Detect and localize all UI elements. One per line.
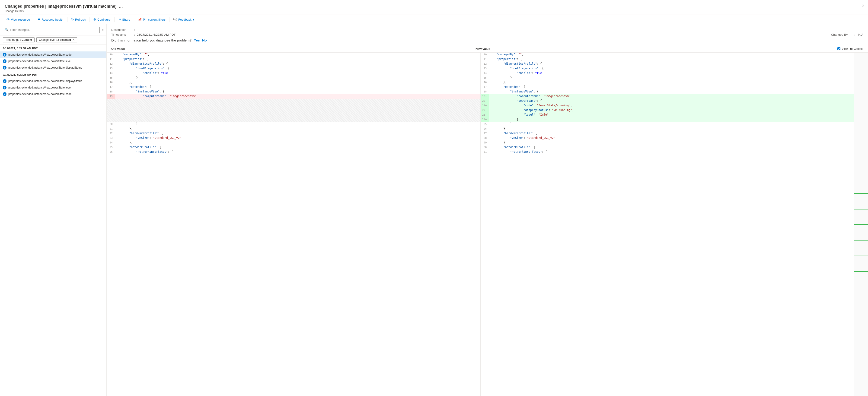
toolbar-separator-6	[169, 17, 169, 22]
line-number	[106, 118, 115, 122]
resource-health-button[interactable]: ❤ Resource health	[36, 17, 65, 22]
line-content: "enabled": true	[489, 71, 854, 76]
line-content: "networkProfile": {	[115, 145, 480, 150]
diff-line: 30 "networkProfile": {	[481, 145, 854, 150]
title-ellipsis[interactable]: ...	[119, 4, 123, 9]
line-content: "computerName": "imageprocessvm"	[115, 94, 480, 99]
change-list-item[interactable]: iproperties.extended.instanceView.powerS…	[0, 52, 106, 58]
change-level-label: Change level : 2 selected	[39, 38, 71, 41]
diff-line: 11 "properties": {	[481, 57, 854, 62]
diff-line: 12 "diagnosticsProfile": {	[481, 62, 854, 66]
minimap	[854, 53, 868, 396]
line-number: 15	[481, 76, 489, 80]
view-full-context-checkbox[interactable]	[837, 47, 840, 50]
view-resource-button[interactable]: 👁 View resource	[5, 17, 32, 22]
line-content: "bootDiagnostics": {	[489, 66, 854, 71]
change-list-item[interactable]: iproperties.extended.instanceView.powerS…	[0, 78, 106, 84]
line-number: 25	[106, 145, 115, 150]
description-colon: :	[134, 28, 135, 32]
line-content: },	[115, 80, 480, 85]
diff-line: 27 "hardwareProfile": {	[481, 131, 854, 136]
line-content: "enabled": true	[115, 71, 480, 76]
configure-icon: ⚙	[93, 18, 96, 21]
filter-changes-input[interactable]	[10, 28, 98, 32]
panel-subtitle: Change Details	[5, 9, 863, 13]
change-item-text: properties.extended.instanceView.powerSt…	[8, 60, 71, 63]
time-range-filter-tag[interactable]: Time range : Custom	[3, 37, 35, 42]
line-content: "code": "PowerState/running",	[489, 104, 854, 108]
timestamp-colon: :	[134, 33, 135, 36]
change-level-close-icon[interactable]: ✕	[72, 38, 75, 41]
line-content: "vmSize": "Standard_DS1_v2"	[489, 136, 854, 141]
diff-header: Old value New value View Full Context	[106, 45, 868, 53]
close-button[interactable]: ×	[862, 3, 864, 8]
line-number: 13	[481, 66, 489, 71]
line-number: 29	[481, 141, 489, 145]
line-content	[115, 104, 480, 108]
share-button[interactable]: ↗ Share	[116, 17, 132, 22]
change-item-text: properties.extended.instanceView.powerSt…	[8, 93, 72, 96]
line-number: 24+	[481, 118, 489, 122]
diff-line: 23 "vmSize": "Standard_DS1_v2"	[106, 136, 480, 141]
diff-resize-handle[interactable]	[480, 53, 482, 396]
configure-button[interactable]: ⚙ Configure	[91, 17, 112, 22]
line-content: }	[489, 118, 854, 122]
line-number: 31	[481, 150, 489, 155]
new-value-header: New value	[473, 47, 837, 51]
change-list-item[interactable]: iproperties.extended.instanceView.powerS…	[0, 58, 106, 64]
collapse-panel-button[interactable]: «	[101, 28, 104, 32]
line-number: 28	[481, 136, 489, 141]
diff-line: 13 "bootDiagnostics": {	[106, 66, 480, 71]
diff-line: 11 "properties": {	[106, 57, 480, 62]
pin-icon: 📌	[138, 18, 142, 21]
feedback-button[interactable]: 💬 Feedback ▾	[171, 17, 196, 22]
change-list-item[interactable]: iproperties.extended.instanceView.powerS…	[0, 64, 106, 71]
line-number: 15	[106, 76, 115, 80]
line-number: 10	[481, 53, 489, 57]
diff-line: 23+ "level": "Info"	[481, 113, 854, 118]
diff-line: 15 }	[106, 76, 480, 80]
diff-line	[106, 99, 480, 104]
line-number: 22	[106, 131, 115, 136]
diff-line: 14 "enabled": true	[481, 71, 854, 76]
diagnose-no-button[interactable]: No	[202, 38, 207, 42]
panel-header: Changed properties | imageprocessvm (Vir…	[0, 0, 868, 15]
diff-line: 25 }	[481, 122, 854, 127]
line-number: 13	[106, 66, 115, 71]
line-content: },	[489, 80, 854, 85]
timestamp-row: Timestamp : 03/17/2021, 6:22:57 AM PDT C…	[111, 33, 863, 36]
diagnose-question: Did this information help you diagnose t…	[111, 38, 191, 42]
new-value-side: 10 "managedBy": "",11 "properties": {12 …	[481, 53, 854, 396]
line-content: "hardwareProfile": {	[115, 131, 480, 136]
info-icon: i	[3, 59, 6, 63]
metadata-section: Description : Timestamp : 03/17/2021, 6:…	[106, 24, 868, 45]
minimap-marker	[854, 271, 868, 272]
diagnose-yes-button[interactable]: Yes	[194, 38, 200, 42]
line-number	[106, 104, 115, 108]
line-number: 10	[106, 53, 115, 57]
change-item-text: properties.extended.instanceView.powerSt…	[8, 53, 72, 56]
diff-line: 16 },	[481, 80, 854, 85]
line-content: }	[115, 122, 480, 127]
time-range-label: Time range : Custom	[5, 38, 32, 41]
line-number	[106, 113, 115, 118]
minimap-marker	[854, 240, 868, 240]
changed-by-label: Changed By	[831, 33, 852, 36]
diff-line: 29 },	[481, 141, 854, 145]
change-list-item[interactable]: iproperties.extended.instanceView.powerS…	[0, 91, 106, 97]
diff-line	[106, 104, 480, 108]
view-resource-label: View resource	[11, 18, 30, 21]
refresh-button[interactable]: ↻ Refresh	[69, 17, 88, 22]
feedback-chevron-icon: ▾	[193, 18, 194, 21]
diff-line: 20 }	[106, 122, 480, 127]
line-number: 20	[106, 122, 115, 127]
view-resource-icon: 👁	[6, 18, 10, 21]
line-content: "vmSize": "Standard_DS1_v2"	[115, 136, 480, 141]
line-number: 20+	[481, 99, 489, 104]
change-list-item[interactable]: iproperties.extended.instanceView.powerS…	[0, 84, 106, 91]
diff-line: 26 "networkInterfaces": [	[106, 150, 480, 155]
pin-current-filters-button[interactable]: 📌 Pin current filters	[136, 17, 167, 22]
minimap-marker	[854, 224, 868, 225]
change-level-filter-tag[interactable]: Change level : 2 selected ✕	[36, 37, 77, 42]
line-number: 27	[481, 131, 489, 136]
